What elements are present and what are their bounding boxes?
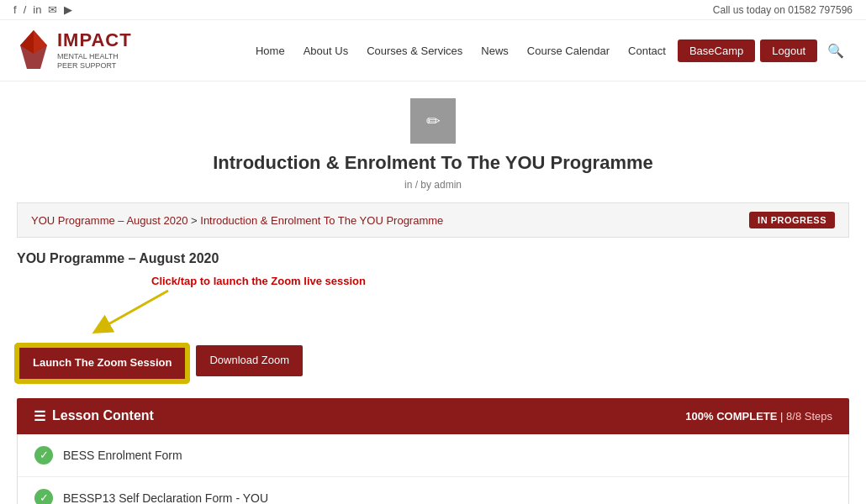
linkedin-icon[interactable]: in xyxy=(33,3,41,16)
buttons-row: Launch The Zoom Session Download Zoom xyxy=(17,345,849,381)
complete-pct: 100% COMPLETE xyxy=(685,410,777,423)
facebook-icon[interactable]: f xyxy=(13,3,17,16)
logo-sub: Mental HealthPeer Support xyxy=(57,52,132,71)
launch-zoom-button[interactable]: Launch The Zoom Session xyxy=(17,345,187,381)
lesson-item-label-1: BESS Enrolment Form xyxy=(63,449,182,462)
check-icon-2: ✓ xyxy=(34,489,53,504)
lesson-item[interactable]: ✓ BESSP13 Self Declaration Form - YOU xyxy=(18,477,848,504)
lesson-content-section: ☰ Lesson Content 100% COMPLETE | 8/8 Ste… xyxy=(17,398,849,504)
logo-text: IMPACT Mental HealthPeer Support xyxy=(57,29,132,71)
lesson-item-label-2: BESSP13 Self Declaration Form - YOU xyxy=(63,491,268,504)
download-zoom-button[interactable]: Download Zoom xyxy=(196,345,303,376)
navigation: Home About Us Courses & Services News Co… xyxy=(249,39,849,62)
logo-leaf-icon xyxy=(17,29,50,72)
lesson-item[interactable]: ✓ BESS Enrolment Form xyxy=(18,434,848,477)
logo[interactable]: IMPACT Mental HealthPeer Support xyxy=(17,29,132,72)
section-heading: YOU Programme – August 2020 xyxy=(17,251,849,266)
logo-impact: IMPACT xyxy=(57,29,132,51)
pencil-icon: ✏ xyxy=(426,111,441,131)
lesson-list-icon: ☰ xyxy=(34,408,45,424)
breadcrumb-separator: > xyxy=(191,214,200,227)
slash-icon: / xyxy=(24,3,27,16)
nav-news[interactable]: News xyxy=(474,41,515,60)
nav-contact[interactable]: Contact xyxy=(621,41,673,60)
email-icon[interactable]: ✉ xyxy=(48,3,57,16)
check-icon-1: ✓ xyxy=(34,446,53,465)
basecamp-button[interactable]: BaseCamp xyxy=(678,39,755,62)
nav-courses[interactable]: Courses & Services xyxy=(360,41,469,60)
top-bar: f / in ✉ ▶ Call us today on 01582 797596 xyxy=(0,0,866,20)
page-meta: in / by admin xyxy=(17,179,849,191)
search-button[interactable]: 🔍 xyxy=(822,39,849,62)
pencil-box-area: ✏ xyxy=(17,98,849,144)
pencil-icon-box: ✏ xyxy=(410,98,456,144)
annotation-container: YOU Programme – August 2020 Click/tap to… xyxy=(17,251,849,381)
lesson-content-title: ☰ Lesson Content xyxy=(34,408,154,424)
breadcrumb: YOU Programme – August 2020 > Introducti… xyxy=(31,214,443,227)
social-icons[interactable]: f / in ✉ ▶ xyxy=(13,3,72,16)
phone-number: Call us today on 01582 797596 xyxy=(713,4,853,16)
breadcrumb-link-2[interactable]: Introduction & Enrolment To The YOU Prog… xyxy=(200,214,443,227)
breadcrumb-bar: YOU Programme – August 2020 > Introducti… xyxy=(17,202,849,238)
main-content: ✏ Introduction & Enrolment To The YOU Pr… xyxy=(0,81,866,504)
breadcrumb-link-1[interactable]: YOU Programme – August 2020 xyxy=(31,214,187,227)
logout-button[interactable]: Logout xyxy=(760,39,817,62)
lesson-content-header: ☰ Lesson Content 100% COMPLETE | 8/8 Ste… xyxy=(17,398,849,434)
annotation-area: Click/tap to launch the Zoom live sessio… xyxy=(17,275,849,342)
status-badge: IN PROGRESS xyxy=(749,212,835,228)
zoom-annotation-text: Click/tap to launch the Zoom live sessio… xyxy=(151,275,366,287)
meta-separator: | xyxy=(780,410,786,423)
header: IMPACT Mental HealthPeer Support Home Ab… xyxy=(0,20,866,81)
annotation-arrow xyxy=(84,286,185,337)
nav-about[interactable]: About Us xyxy=(297,41,355,60)
lesson-items-list: ✓ BESS Enrolment Form ✓ BESSP13 Self Dec… xyxy=(17,434,849,504)
lesson-content-meta: 100% COMPLETE | 8/8 Steps xyxy=(685,410,832,423)
steps: 8/8 Steps xyxy=(786,410,832,423)
page-title: Introduction & Enrolment To The YOU Prog… xyxy=(17,152,849,174)
svg-line-4 xyxy=(101,291,168,328)
nav-calendar[interactable]: Course Calendar xyxy=(520,41,616,60)
nav-home[interactable]: Home xyxy=(249,41,292,60)
youtube-icon[interactable]: ▶ xyxy=(64,3,72,16)
